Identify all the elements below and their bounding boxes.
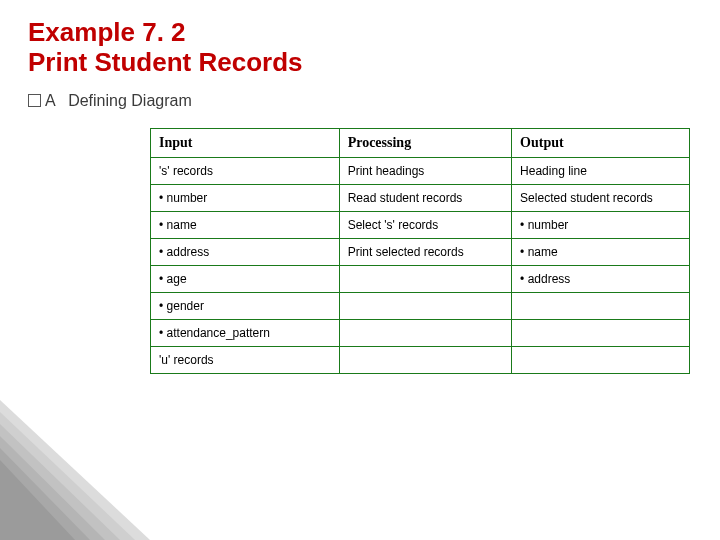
cell-output: • number xyxy=(512,211,690,238)
bullet-box-icon xyxy=(28,94,41,107)
cell-proc xyxy=(339,265,511,292)
header-processing: Processing xyxy=(339,128,511,157)
title-line-2: Print Student Records xyxy=(28,47,302,77)
title-line-1: Example 7. 2 xyxy=(28,17,186,47)
table-row: 's' records Print headings Heading line xyxy=(151,157,690,184)
svg-marker-3 xyxy=(0,436,105,540)
svg-marker-5 xyxy=(0,460,75,540)
table-row: • gender xyxy=(151,292,690,319)
cell-input: • number xyxy=(151,184,340,211)
cell-input: • attendance_pattern xyxy=(151,319,340,346)
cell-output: • address xyxy=(512,265,690,292)
cell-output: Heading line xyxy=(512,157,690,184)
table-row: • attendance_pattern xyxy=(151,319,690,346)
slide-title: Example 7. 2 Print Student Records xyxy=(28,18,720,78)
cell-proc xyxy=(339,319,511,346)
svg-marker-2 xyxy=(0,424,120,540)
cell-output: • name xyxy=(512,238,690,265)
sub-text: Defining Diagram xyxy=(68,92,192,109)
table-row: • age • address xyxy=(151,265,690,292)
cell-output xyxy=(512,319,690,346)
cell-input: • age xyxy=(151,265,340,292)
table-row: • address Print selected records • name xyxy=(151,238,690,265)
cell-proc xyxy=(339,292,511,319)
subtitle: A Defining Diagram xyxy=(28,92,720,110)
cell-input: • gender xyxy=(151,292,340,319)
cell-output: Selected student records xyxy=(512,184,690,211)
cell-proc: Print headings xyxy=(339,157,511,184)
table-row: • name Select 's' records • number xyxy=(151,211,690,238)
cell-proc xyxy=(339,346,511,373)
cell-output xyxy=(512,346,690,373)
table-row: • number Read student records Selected s… xyxy=(151,184,690,211)
cell-input: 'u' records xyxy=(151,346,340,373)
cell-output xyxy=(512,292,690,319)
cell-proc: Select 's' records xyxy=(339,211,511,238)
table-row: 'u' records xyxy=(151,346,690,373)
cell-input: • address xyxy=(151,238,340,265)
cell-input: • name xyxy=(151,211,340,238)
svg-marker-0 xyxy=(0,400,150,540)
decorative-wedge-icon xyxy=(0,400,150,540)
table-header-row: Input Processing Output xyxy=(151,128,690,157)
header-input: Input xyxy=(151,128,340,157)
svg-marker-1 xyxy=(0,412,135,540)
defining-diagram-table: Input Processing Output 's' records Prin… xyxy=(150,128,690,374)
cell-proc: Print selected records xyxy=(339,238,511,265)
cell-proc: Read student records xyxy=(339,184,511,211)
svg-marker-4 xyxy=(0,448,90,540)
header-output: Output xyxy=(512,128,690,157)
sub-prefix: A xyxy=(45,92,55,109)
cell-input: 's' records xyxy=(151,157,340,184)
